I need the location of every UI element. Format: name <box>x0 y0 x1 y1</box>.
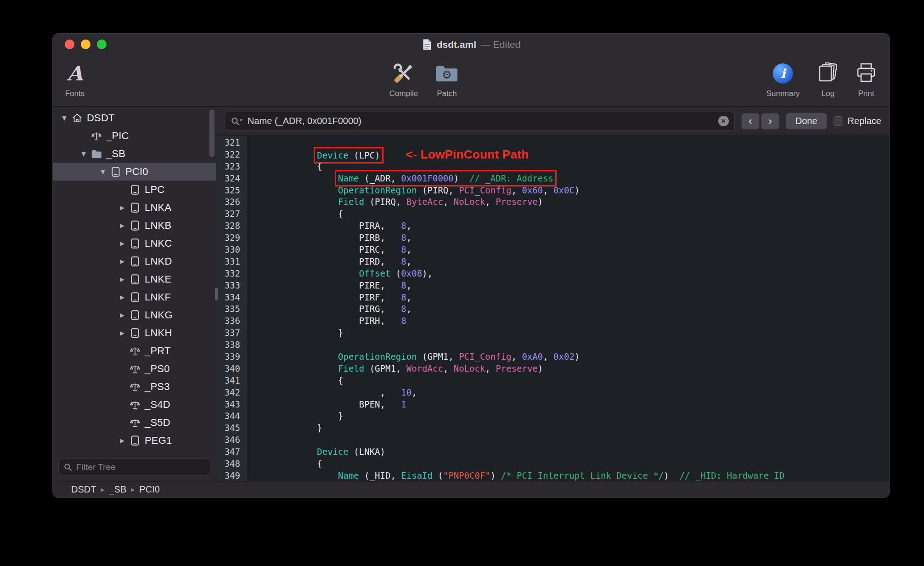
house-icon <box>70 112 84 124</box>
disclosure-triangle-icon[interactable]: ▸ <box>116 256 128 266</box>
sidebar-item-_ps3[interactable]: _PS3 <box>53 378 216 396</box>
code-text: OperationRegion (GPM1, PCI_Config, 0xA0,… <box>247 351 580 363</box>
search-icon <box>63 463 73 472</box>
fonts-button[interactable]: A Fonts <box>65 60 85 98</box>
sidebar-item-_pic[interactable]: _PIC <box>53 127 216 145</box>
done-button[interactable]: Done <box>786 113 827 130</box>
disclosure-triangle-icon[interactable]: ▸ <box>116 435 128 446</box>
disclosure-triangle-icon[interactable]: ▸ <box>116 274 128 284</box>
code-text <box>247 339 254 351</box>
summary-button[interactable]: i Summary <box>766 60 800 98</box>
device-icon <box>128 435 142 447</box>
sidebar-item-lnkb[interactable]: ▸LNKB <box>53 216 216 234</box>
line-number: 330 <box>216 244 247 256</box>
code-line: 340 Field (GPM1, WordAcc, NoLock, Preser… <box>216 363 890 375</box>
sidebar-item-lnkd[interactable]: ▸LNKD <box>53 252 216 270</box>
sidebar-item-_s5d[interactable]: _S5D <box>53 413 216 431</box>
sidebar-item-lnkh[interactable]: ▸LNKH <box>53 324 216 342</box>
title-bar[interactable]: dsdt.aml — Edited <box>53 34 890 55</box>
code-line: 337 } <box>216 327 890 339</box>
sidebar-item-lpc[interactable]: LPC <box>53 181 216 198</box>
code-line: 326 Field (PIRQ, ByteAcc, NoLock, Preser… <box>216 196 890 208</box>
zoom-button[interactable] <box>97 40 107 49</box>
code-text: Field (GPM1, WordAcc, NoLock, Preserve) <box>247 363 543 375</box>
find-next-button[interactable]: › <box>761 113 779 130</box>
tree-item-label: LNKH <box>145 327 172 339</box>
sidebar-item-_prt[interactable]: _PRT <box>53 342 216 360</box>
search-field[interactable]: ✕ <box>225 112 735 131</box>
sidebar-item-lnkc[interactable]: ▸LNKC <box>53 234 216 252</box>
tree-item-label: _SB <box>106 148 125 160</box>
line-number: 334 <box>216 292 247 304</box>
disclosure-triangle-icon[interactable]: ▸ <box>116 310 128 320</box>
tree-item-label: PEG1 <box>145 435 172 447</box>
replace-checkbox[interactable] <box>834 116 843 126</box>
code-line: 334 PIRF, 8, <box>216 292 890 304</box>
clear-search-icon[interactable]: ✕ <box>718 116 729 126</box>
sidebar-item-lnkf[interactable]: ▸LNKF <box>53 288 216 306</box>
breadcrumb-pci0[interactable]: PCI0 <box>139 484 159 495</box>
device-icon <box>109 166 123 178</box>
log-button[interactable]: Log <box>816 60 840 98</box>
code-text: , 10, <box>247 387 417 399</box>
sidebar-item-pci0[interactable]: ▾PCI0 <box>53 163 216 181</box>
compile-button[interactable]: Compile <box>389 60 418 98</box>
breadcrumb-dsdt[interactable]: DSDT <box>71 484 96 495</box>
code-line: 325 OperationRegion (PIRQ, PCI_Config, 0… <box>216 185 890 197</box>
code-line: 341 { <box>216 375 890 387</box>
tree-item-label: _PS3 <box>145 381 170 393</box>
filter-field[interactable] <box>58 458 210 475</box>
sidebar-item-_s4d[interactable]: _S4D <box>53 396 216 413</box>
method-icon <box>128 363 142 375</box>
replace-label: Replace <box>848 116 881 126</box>
code-editor[interactable]: 321322 Device (LPC)<- LowPinCount Path32… <box>216 136 890 481</box>
code-text: Field (PIRQ, ByteAcc, NoLock, Preserve) <box>247 196 543 208</box>
disclosure-triangle-icon[interactable]: ▾ <box>97 166 109 177</box>
disclosure-triangle-icon[interactable]: ▸ <box>116 238 128 249</box>
print-label: Print <box>858 89 874 98</box>
code-line: 348 { <box>216 458 890 470</box>
device-icon <box>128 184 142 196</box>
tree-item-label: _PS0 <box>145 363 170 375</box>
find-previous-button[interactable]: ‹ <box>741 113 760 130</box>
disclosure-triangle-icon[interactable]: ▸ <box>116 220 128 231</box>
sidebar-item-lnka[interactable]: ▸LNKA <box>53 198 216 216</box>
tree-item-label: LNKB <box>145 220 171 232</box>
tree-item-label: LNKG <box>145 309 173 321</box>
code-text <box>247 137 254 149</box>
breadcrumb-sb[interactable]: _SB <box>109 484 126 495</box>
splitter-grip[interactable] <box>215 288 218 300</box>
patch-folder-gear-icon: ⚙ <box>434 63 459 84</box>
sidebar-item-_sb[interactable]: ▾_SB <box>53 145 216 163</box>
search-menu-icon[interactable] <box>231 116 243 126</box>
sidebar-scrollbar[interactable] <box>209 109 214 157</box>
sidebar-item-lnke[interactable]: ▸LNKE <box>53 270 216 288</box>
minimize-button[interactable] <box>81 40 90 49</box>
tree-item-label: LPC <box>145 184 164 196</box>
sidebar-item-peg1[interactable]: ▸PEG1 <box>53 431 216 449</box>
filter-input[interactable] <box>76 462 205 472</box>
close-button[interactable] <box>65 40 74 49</box>
print-button[interactable]: Print <box>854 60 879 98</box>
disclosure-triangle-icon[interactable]: ▾ <box>58 113 70 123</box>
device-icon <box>128 291 142 303</box>
code-text: PIRA, 8, <box>247 220 411 232</box>
sidebar-item-lnkg[interactable]: ▸LNKG <box>53 306 216 324</box>
dsdt-tree[interactable]: ▾DSDT_PIC▾_SB▾PCI0LPC▸LNKA▸LNKB▸LNKC▸LNK… <box>53 107 216 456</box>
patch-button[interactable]: ⚙ Patch <box>434 60 459 98</box>
disclosure-triangle-icon[interactable]: ▸ <box>116 328 128 338</box>
sidebar-item-_ps0[interactable]: _PS0 <box>53 360 216 378</box>
device-icon <box>128 238 142 249</box>
code-text: BPEN, 1 <box>247 399 406 411</box>
line-number: 333 <box>216 280 247 292</box>
disclosure-triangle-icon[interactable]: ▸ <box>116 202 128 213</box>
search-input[interactable] <box>248 116 714 126</box>
code-line: 322 Device (LPC)<- LowPinCount Path <box>216 149 890 161</box>
code-line: 349 Name (_HID, EisaId ("PNP0C0F") /* PC… <box>216 470 890 481</box>
tree-item-label: PCI0 <box>125 166 148 178</box>
tree-item-label: _PRT <box>145 345 171 357</box>
disclosure-triangle-icon[interactable]: ▸ <box>116 292 128 302</box>
code-line: 331 PIRD, 8, <box>216 256 890 268</box>
disclosure-triangle-icon[interactable]: ▾ <box>78 148 90 159</box>
sidebar-item-dsdt[interactable]: ▾DSDT <box>53 109 216 127</box>
